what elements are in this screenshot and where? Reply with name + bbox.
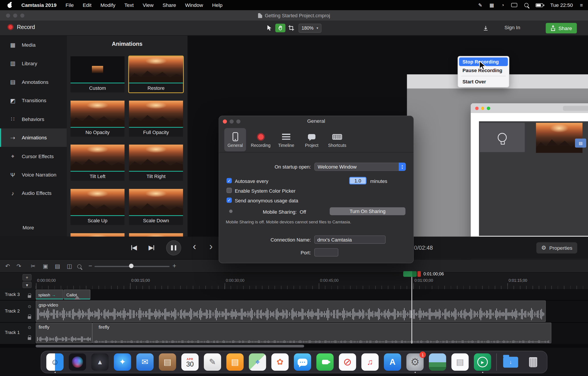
sidebar-item-animations[interactable]: ⇢Animations	[0, 129, 67, 147]
animation-card-custom[interactable]: Custom	[71, 56, 125, 92]
close-icon[interactable]	[223, 120, 227, 124]
dock-pages-icon[interactable]: ▤	[452, 354, 469, 371]
port-field[interactable]	[314, 248, 338, 256]
record-button[interactable]: Record	[8, 24, 35, 30]
grid-icon[interactable]: ▦	[490, 2, 494, 8]
close-icon[interactable]	[6, 13, 10, 17]
dock-launchpad-icon[interactable]: ▲	[91, 354, 108, 371]
time-machine-icon[interactable]: ◔	[501, 2, 504, 8]
clip-splash[interactable]: splash→	[36, 289, 63, 300]
next-frame-button[interactable]: ▶	[148, 244, 154, 252]
share-button[interactable]: Share	[546, 23, 577, 34]
animation-card-tilt-left[interactable]: Tilt Left	[71, 145, 125, 181]
dock-books-icon[interactable]: ▤	[226, 354, 244, 371]
dock-app-store-icon[interactable]: A	[384, 354, 401, 371]
dock-calendar-icon[interactable]: APR30	[181, 354, 199, 371]
dock-facetime-icon[interactable]	[316, 354, 334, 371]
usage-data-checkbox[interactable]: ✓	[227, 198, 232, 203]
window-traffic-lights[interactable]	[6, 13, 24, 17]
tab-general[interactable]: General	[224, 128, 246, 151]
track-1-lock-icon[interactable]	[28, 337, 31, 340]
animation-card-full-opacity[interactable]: Full Opacity	[129, 101, 183, 137]
sidebar-item-cursor-effects[interactable]: ⌖Cursor Effects	[0, 147, 67, 166]
brush-icon[interactable]: ✎	[478, 2, 483, 8]
apple-menu-icon[interactable]	[8, 2, 12, 8]
recording-end-marker[interactable]	[418, 271, 421, 277]
dock-camtasia-icon[interactable]: ▶	[474, 354, 491, 371]
animation-card-partial[interactable]	[129, 233, 183, 236]
zoom-icon[interactable]	[20, 13, 24, 17]
sidebar-item-annotations[interactable]: ▤Annotations	[0, 73, 67, 91]
menu-file[interactable]: File	[66, 2, 74, 8]
dock-news-icon[interactable]: ⊘	[339, 354, 356, 371]
zoom-in-button[interactable]: +	[172, 259, 176, 273]
minimize-icon[interactable]	[13, 13, 17, 17]
dock-textedit-icon[interactable]: ✎	[204, 354, 221, 371]
spotlight-search-icon[interactable]	[524, 3, 529, 7]
menu-help[interactable]: Help	[212, 2, 222, 8]
animation-card-scale-down[interactable]: Scale Down	[129, 189, 183, 225]
menu-window[interactable]: Window	[185, 2, 203, 8]
split-button[interactable]: ◫	[67, 259, 72, 273]
track-2-eye-icon[interactable]: ⊙	[28, 304, 31, 309]
menu-share[interactable]: Share	[163, 2, 176, 8]
dock-music-icon[interactable]: ♫	[361, 354, 378, 371]
clip-gsp-video[interactable]: gsp-video	[36, 300, 546, 322]
sidebar-item-audio-effects[interactable]: ♪Audio Effects	[0, 184, 67, 203]
dock-siri-icon[interactable]	[69, 354, 86, 371]
cut-button[interactable]: ✂	[31, 259, 35, 273]
menu-view[interactable]: View	[143, 2, 154, 8]
dock-messages-icon[interactable]	[294, 354, 311, 371]
display-icon[interactable]	[511, 3, 517, 7]
pause-button[interactable]	[166, 240, 181, 255]
menu-modify[interactable]: Modify	[101, 2, 116, 8]
zoom-out-button[interactable]: −	[89, 259, 92, 273]
animation-card-tilt-right[interactable]: Tilt Right	[129, 145, 183, 181]
dock-finder-icon[interactable]: ☺	[46, 354, 64, 371]
sidebar-more-button[interactable]: More	[22, 225, 34, 231]
scrollbar-thumb[interactable]	[36, 345, 304, 347]
dock-contacts-icon[interactable]: ▤	[159, 354, 176, 371]
jump-forward-button[interactable]: ›	[209, 241, 212, 252]
collapse-tracks-button[interactable]: ▾	[22, 282, 32, 288]
color-picker-checkbox[interactable]	[227, 188, 232, 193]
dock-maps-icon[interactable]: ⌖	[249, 354, 266, 371]
tab-timeline[interactable]: Timeline	[275, 128, 297, 151]
undo-button[interactable]: ↶	[5, 259, 10, 273]
startup-open-dropdown[interactable]: Welcome Window ▴▾	[314, 163, 406, 171]
menu-edit[interactable]: Edit	[83, 2, 92, 8]
track-2-lock-icon[interactable]	[28, 316, 31, 319]
sign-in-button[interactable]: Sign In	[504, 25, 520, 30]
add-track-button[interactable]: +	[22, 274, 32, 281]
jump-back-button[interactable]: ‹	[193, 241, 196, 252]
dock-preview-icon[interactable]	[429, 354, 446, 371]
dock-system-preferences-icon[interactable]: ⚙1	[406, 354, 424, 371]
dock-downloads-icon[interactable]: ↓	[502, 354, 519, 371]
sidebar-item-media[interactable]: ▦Media	[0, 36, 67, 54]
dock-photos-icon[interactable]: ✿	[272, 354, 289, 371]
autosave-checkbox[interactable]: ✓	[227, 178, 232, 183]
autosave-minutes-field[interactable]: 1.0	[349, 177, 367, 185]
clip-firefly-2[interactable]: firefly	[92, 323, 551, 343]
arrow-tool-button[interactable]	[264, 24, 274, 32]
animation-card-partial[interactable]	[71, 233, 125, 236]
menu-item-start-over[interactable]: Start Over	[459, 77, 508, 86]
menubar-clock[interactable]: Tue 22:50	[550, 2, 573, 8]
playhead-handle[interactable]	[403, 271, 417, 277]
dock-trash-icon[interactable]	[525, 354, 542, 371]
pan-tool-button[interactable]	[275, 24, 285, 32]
track-1-eye-icon[interactable]: ⊙	[28, 325, 31, 330]
paste-button[interactable]: ▤	[55, 259, 60, 273]
notification-center-icon[interactable]: ≡	[580, 2, 583, 8]
animation-card-restore[interactable]: Restore	[129, 56, 183, 92]
minimize-icon[interactable]	[230, 120, 234, 124]
crop-tool-button[interactable]	[286, 24, 296, 32]
export-button[interactable]	[481, 24, 491, 33]
sidebar-item-voice-narration[interactable]: ΨVoice Narration	[0, 166, 67, 184]
dock-mail-icon[interactable]: ✉	[136, 354, 154, 371]
animation-card-scale-up[interactable]: Scale Up	[71, 189, 125, 225]
zoom-icon[interactable]	[236, 120, 241, 124]
app-menu-title[interactable]: Camtasia 2019	[21, 2, 57, 8]
copy-button[interactable]: ▣	[43, 259, 48, 273]
playhead-line[interactable]	[411, 277, 412, 343]
